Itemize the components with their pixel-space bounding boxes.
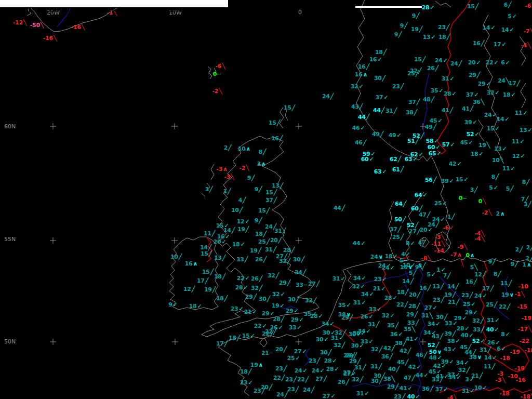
station-report: -16╲ (71, 24, 85, 31)
station-report: 11╱ (484, 363, 495, 370)
station-report: 37✓ (376, 94, 389, 101)
tendency-symbol-icon: ╱ (284, 365, 287, 372)
tendency-symbol-icon: ∧ (470, 252, 475, 259)
tendency-symbol-icon: ╲ (464, 244, 467, 250)
tendency-symbol-icon: ✓ (330, 393, 335, 399)
station-report: 28✓ (310, 313, 323, 320)
tendency-symbol-icon: ╱ (237, 335, 240, 341)
tendency-symbol-icon: ╱ (324, 376, 327, 382)
station-report: 33✓ (369, 306, 382, 313)
station-report: 24✓ (435, 57, 448, 64)
station-value: 28 (457, 325, 464, 332)
station-value: -4 (475, 235, 481, 242)
tendency-symbol-icon: ╱ (526, 179, 529, 185)
tendency-symbol-icon: ✓ (299, 316, 303, 323)
tendency-symbol-icon: ╱ (246, 226, 249, 233)
station-report: 31╱ (274, 228, 286, 234)
station-report: 28✓ (235, 284, 248, 291)
station-report: 57✓ (442, 141, 455, 148)
tendency-symbol-icon: ✓ (511, 91, 515, 98)
station-value: 64 (395, 201, 403, 207)
tendency-symbol-icon: ✓ (440, 216, 445, 223)
station-value: 31 (385, 108, 393, 114)
station-report: 25✓ (463, 301, 476, 308)
tendency-symbol-icon: ╱ (392, 345, 395, 352)
station-value: 21 (448, 299, 456, 305)
tendency-symbol-icon: ╱ (228, 188, 231, 195)
station-value: 33 (432, 376, 440, 383)
station-value: -16 (516, 377, 526, 383)
station-value: 21 (261, 350, 269, 356)
tendency-symbol-icon: ╱ (441, 283, 444, 290)
tendency-symbol-icon: ╱ (474, 278, 477, 285)
tendency-symbol-icon: ✓ (413, 156, 417, 163)
station-report: 14✓ (497, 116, 510, 123)
tendency-symbol-icon: ✓ (482, 384, 487, 391)
station-report: 47╱ (404, 375, 415, 381)
station-value: -8 (421, 255, 428, 262)
tendency-symbol-icon: ✓ (451, 346, 456, 353)
station-value: 30 (316, 336, 324, 343)
station-report: 30╱ (320, 349, 331, 356)
tendency-symbol-icon: ╱ (287, 280, 290, 286)
station-report: 18╱ (438, 34, 450, 41)
station-value: 8 (494, 271, 497, 277)
station-value: 14 (497, 116, 504, 123)
tendency-symbol-icon: ╱ (346, 379, 349, 385)
tendency-symbol-icon: ╱ (470, 292, 473, 299)
tendency-symbol-icon: ╱ (274, 189, 277, 196)
station-report: -7∧ (450, 251, 461, 258)
station-report: 8✓ (406, 240, 415, 247)
tendency-symbol-icon: ╱ (403, 201, 406, 207)
station-value: 9 (400, 22, 404, 29)
station-report: 20╱ (270, 237, 282, 244)
station-report: 23╱ (285, 376, 297, 383)
tendency-symbol-icon: ╱ (222, 273, 225, 280)
station-value: 36 (422, 385, 430, 392)
station-value: 1 (523, 261, 526, 268)
station-report: 26╱ (251, 275, 262, 282)
station-value: 35 (387, 322, 395, 329)
station-value: 19 (250, 362, 258, 368)
tendency-symbol-icon: ✓ (451, 90, 456, 97)
station-value: -15 (517, 303, 527, 310)
tendency-symbol-icon: ╱ (441, 297, 444, 303)
station-report: 15╱ (258, 207, 270, 214)
station-value: 39 (441, 178, 449, 184)
tendency-symbol-icon: ✓ (302, 348, 307, 355)
station-value: 26 (427, 65, 435, 72)
tendency-symbol-icon: ╱ (251, 175, 255, 181)
tendency-symbol-icon: ✓ (437, 117, 442, 124)
tendency-symbol-icon: ✓ (443, 57, 447, 64)
station-report: 5✓ (427, 271, 435, 278)
station-value: -2 (240, 165, 246, 171)
tendency-symbol-icon: ✓ (368, 338, 373, 345)
tendency-symbol-icon: ╱ (410, 278, 414, 285)
station-report: 33╱ (236, 256, 248, 263)
tendency-symbol-icon: ╱ (379, 363, 382, 370)
station-value: 19 (501, 291, 509, 298)
station-value: 30 (436, 314, 444, 321)
tendency-symbol-icon: ✓ (506, 331, 510, 338)
station-value: 31 (487, 317, 495, 324)
station-value: 26 (487, 339, 495, 346)
station-value: 29 (469, 72, 476, 78)
station-value: 29 (286, 308, 294, 314)
tendency-symbol-icon: ─ (463, 195, 466, 202)
station-value: 0 (459, 195, 462, 202)
station-report: 22╱ (499, 303, 510, 310)
station-value: 22 (297, 376, 305, 383)
station-value: 8 (259, 149, 262, 155)
station-report: 1∧ (523, 261, 531, 268)
station-value: -11 (431, 241, 441, 247)
station-value: 27 (294, 348, 302, 355)
station-report: 19✓ (272, 302, 285, 309)
station-value: 28 (408, 303, 416, 310)
station-value: 31 (421, 312, 429, 319)
station-report: 24∨ (370, 254, 383, 260)
coastline-path (202, 193, 205, 196)
station-report: 28╱ (273, 316, 284, 323)
tendency-symbol-icon: ✓ (346, 302, 351, 309)
station-report: 28✓ (422, 4, 435, 11)
station-report: 33╱ (432, 376, 443, 383)
